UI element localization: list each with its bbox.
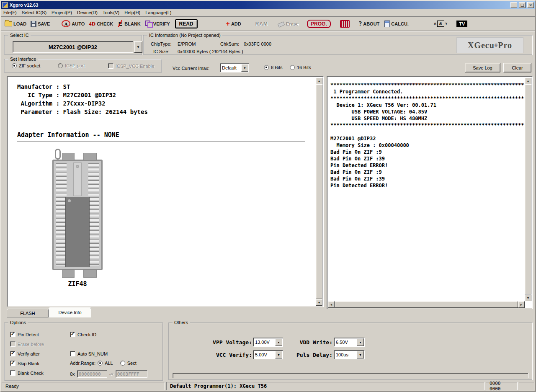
auto-sn-checkbox[interactable]: Auto SN_NUM: [70, 351, 108, 356]
vcc-current-imax-label: Vcc Current Imax:: [173, 66, 209, 71]
blank-button[interactable]: E BLANK: [116, 18, 142, 30]
scroll-up-button[interactable]: ▲: [316, 77, 322, 84]
load-button[interactable]: LOAD: [4, 18, 27, 30]
scroll-down-button[interactable]: ▼: [525, 294, 531, 301]
log-text: ****************************************…: [330, 82, 524, 189]
addr-range-sect-radio[interactable]: [120, 361, 125, 366]
blank-check-checkbox[interactable]: Blank Check: [10, 370, 44, 376]
vdd-dropdown-icon[interactable]: ▼: [357, 338, 364, 346]
logo-pro: Pro: [498, 41, 512, 50]
vpp-voltage-value: 13.00V: [253, 340, 275, 345]
save-button[interactable]: SAVE: [30, 18, 51, 30]
addr-range-row: Addr.Range: ALL Sect: [70, 361, 137, 366]
inserted-dip-chip: [65, 197, 90, 267]
calculator-icon: [384, 21, 390, 27]
ic-information-group: IC Information (No Project opened) ChipT…: [143, 35, 533, 55]
close-button[interactable]: ×: [527, 2, 534, 8]
logo-brand: XGecu: [468, 41, 495, 50]
scroll-right-button[interactable]: ►: [518, 301, 525, 308]
tab-device-info[interactable]: Device.Info: [49, 307, 91, 317]
zif-socket-radio[interactable]: ZIF socket: [12, 63, 40, 68]
verify-after-label: Verify after: [18, 351, 40, 356]
menu-tools[interactable]: Tools(V): [102, 9, 122, 16]
options-group-title: Options: [8, 320, 28, 325]
addr-to-input: [116, 370, 147, 378]
bottom-tabs: FLASH Device.Info: [7, 307, 91, 317]
maximize-button[interactable]: □: [519, 2, 526, 8]
bits-16-radio[interactable]: 16 Bits: [290, 65, 311, 70]
check-id-box[interactable]: [70, 332, 75, 337]
vcc-verify-select[interactable]: 5.00V ▼: [253, 350, 283, 359]
addr-range-all-radio[interactable]: [98, 361, 103, 366]
vpp-dropdown-icon[interactable]: ▼: [275, 338, 282, 346]
skip-blank-box[interactable]: [10, 361, 15, 366]
scrollbar-thumb[interactable]: [335, 301, 518, 308]
verify-button[interactable]: VERIFY: [144, 18, 171, 30]
verify-after-checkbox[interactable]: Verify after: [10, 351, 40, 356]
add-label: ADD: [231, 21, 241, 26]
log-panel-horizontal-scrollbar[interactable]: ◄ ►: [328, 301, 525, 308]
status-programmer: Default Programmer(1): XGecu T56: [166, 382, 484, 390]
tab-flash[interactable]: FLASH: [7, 309, 49, 317]
logo-registered-mark: ®: [495, 43, 498, 48]
check-id-checkbox[interactable]: Check ID: [70, 332, 96, 337]
about-button[interactable]: ? ABOUT: [358, 18, 381, 30]
logic-test-button[interactable]: A & Y: [433, 18, 448, 30]
menu-device[interactable]: Device(D): [76, 9, 100, 16]
bits-8-radio[interactable]: 8 Bits: [264, 65, 283, 70]
auto-sn-box[interactable]: [70, 351, 75, 356]
pin-detect-label: Pin Detect: [18, 332, 39, 337]
check-id-icon: 4D: [89, 21, 95, 27]
vdd-write-select[interactable]: 6.50V ▼: [334, 338, 365, 347]
clear-button[interactable]: Clear: [503, 63, 531, 72]
menu-file[interactable]: File(F): [3, 9, 19, 16]
vcc-current-imax-select[interactable]: Default ▼: [220, 63, 249, 72]
menu-select-ic[interactable]: Select IC(S): [21, 9, 49, 16]
blank-check-box[interactable]: [10, 370, 15, 376]
menu-language[interactable]: Language(L): [144, 9, 174, 16]
vpp-voltage-select[interactable]: 13.00V ▼: [253, 338, 283, 347]
pin-detect-box[interactable]: [10, 332, 15, 337]
menu-help[interactable]: Help(H): [124, 9, 143, 16]
scroll-up-button[interactable]: ▲: [525, 77, 531, 84]
window-title: Xgpro v12.63: [10, 3, 509, 8]
check-button[interactable]: 4D CHECK: [88, 18, 114, 30]
vcc-dropdown-icon[interactable]: ▼: [275, 351, 282, 358]
tv-button[interactable]: TV: [456, 21, 467, 27]
save-log-button[interactable]: Save Log: [465, 63, 500, 72]
chip-type-value: E/PROM: [178, 41, 196, 46]
auto-icon: A: [62, 20, 70, 27]
scrollbar-thumb[interactable]: [525, 84, 531, 294]
select-ic-dropdown-button[interactable]: ▼: [134, 41, 142, 53]
zif-socket-radio-circle[interactable]: [12, 63, 17, 68]
socket-body: [52, 160, 103, 270]
bits-16-radio-circle[interactable]: [290, 65, 295, 70]
ic-size-value: 0x40000 Bytes ( 262144 Bytes ): [178, 49, 243, 54]
chip-type-label: ChipType:: [151, 41, 172, 46]
adapter-information-heading: Adapter Information -- NONE: [17, 131, 305, 142]
auto-button[interactable]: A AUTO: [61, 18, 85, 30]
bits-8-radio-circle[interactable]: [264, 65, 269, 70]
add-button[interactable]: + ADD: [225, 18, 242, 30]
vcc-imax-dropdown-icon[interactable]: ▼: [241, 64, 248, 72]
selected-ic-box[interactable]: M27C2001 @DIP32: [13, 41, 133, 53]
scroll-down-button[interactable]: ▼: [316, 299, 322, 306]
scrollbar-thumb[interactable]: [316, 84, 322, 299]
device-panel-vertical-scrollbar[interactable]: ▲ ▼: [316, 77, 322, 306]
pin-detect-checkbox[interactable]: Pin Detect: [10, 332, 39, 337]
prog-button[interactable]: PROG.: [307, 20, 331, 28]
vpp-voltage-label: VPP Voltage:: [211, 339, 252, 346]
skip-blank-checkbox[interactable]: Skip Blank: [10, 361, 39, 366]
scroll-left-button[interactable]: ◄: [328, 301, 335, 308]
calculator-button[interactable]: CALCU.: [384, 18, 410, 30]
zif-socket-graphic: ZIF48: [51, 149, 109, 291]
menu-project[interactable]: Project(P): [51, 9, 75, 16]
ic-test-button[interactable]: [339, 18, 350, 30]
puls-dropdown-icon[interactable]: ▼: [357, 351, 364, 358]
verify-after-box[interactable]: [10, 351, 15, 356]
log-panel-vertical-scrollbar[interactable]: ▲ ▼: [525, 77, 531, 301]
device-info-text: Manufactor : ST IC Type : M27C2001 @DIP3…: [17, 83, 148, 116]
read-button[interactable]: READ: [175, 19, 198, 28]
minimize-button[interactable]: _: [510, 2, 517, 8]
puls-delay-select[interactable]: 100us ▼: [334, 350, 365, 359]
